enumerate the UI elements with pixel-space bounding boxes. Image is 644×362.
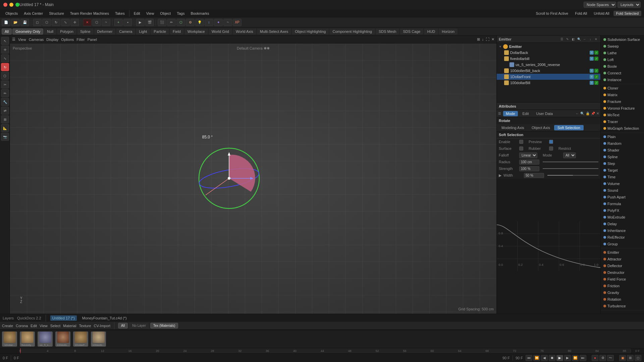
filter-sdsmesh[interactable]: SDS Mesh [376,28,399,35]
h-icon4[interactable]: 🔍 [577,37,581,42]
mat-filter-tex[interactable]: Tex (Materials) [150,323,178,328]
attr-lock[interactable]: 🔒 [586,112,590,115]
attr-back[interactable]: ← [576,112,579,115]
vt-icon3[interactable]: ⛶ [486,37,489,42]
frp-cloner[interactable]: Cloner [601,85,644,92]
node-spaces-select[interactable]: Node Spaces [584,2,616,8]
filter-all[interactable]: All [2,28,12,35]
tab-object-axis[interactable]: Object Axis [528,125,553,130]
menu-unfold-all[interactable]: Unfold All [591,11,612,16]
frp-voronoi[interactable]: Voronoi Fracture [601,105,644,112]
filter-null[interactable]: Null [44,28,56,35]
vt-icon1[interactable]: ⊞ [477,37,480,42]
attr-search[interactable]: 🔍 [580,112,584,115]
rubber-checkbox[interactable] [549,146,553,150]
mat-filter-nolayer[interactable]: No Layer [129,323,149,328]
render-active[interactable]: ▣ [619,355,626,361]
menu-structure[interactable]: Structure [46,11,67,16]
new-project-btn[interactable]: 📄 [2,19,10,26]
frp-step[interactable]: Step [601,160,644,167]
filter-polygon[interactable]: Polygon [57,28,76,35]
render-view[interactable]: ◻ [635,355,641,361]
motion-btn[interactable]: 〜 [607,355,614,361]
menu-fold-all[interactable]: Fold All [572,11,590,16]
menu-tags[interactable]: Tags [174,11,187,16]
tool-measure[interactable]: 📐 [1,124,9,132]
frp-formula[interactable]: Formula [601,200,644,207]
layouts-select[interactable]: Layouts [618,2,641,8]
play-next-frame[interactable]: ▶ [564,355,571,361]
filter-hud[interactable]: HUD [424,28,438,35]
rotate-btn[interactable]: ↻ [52,19,60,26]
mat-filter-all[interactable]: All [118,323,128,328]
frp-plain[interactable]: Plain [601,133,644,140]
frp-fracture[interactable]: Fracture [601,98,644,105]
record-btn[interactable]: ● [592,355,598,361]
frp-boole[interactable]: Boole [601,63,644,70]
frp-turbulence[interactable]: Turbulence [601,303,644,309]
open-project-btn[interactable]: 📂 [11,19,20,26]
filter-particle[interactable]: Particle [151,28,169,35]
play-to-end[interactable]: ⏭ [580,355,586,361]
frp-shader[interactable]: Shader [601,147,644,154]
filter-worldaxis[interactable]: World Axis [233,28,256,35]
tool-rotate[interactable]: ↻ [1,63,9,71]
attr-pin[interactable]: 📌 [591,112,595,115]
curve-area[interactable]: 0.0 0.2 0.4 0.6 0.8 1.0 0.4 0.8 [497,179,600,314]
cube-btn[interactable]: ⬛ [158,19,166,26]
frp-delay[interactable]: Delay [601,221,644,227]
mat-select[interactable]: Select [50,324,61,328]
h-icon3[interactable]: ◧ [571,37,576,42]
model-btn[interactable]: ◻ [33,19,42,26]
particle-btn[interactable]: ✦ [214,19,223,26]
frp-time[interactable]: Time [601,174,644,180]
move-btn[interactable]: ✛ [70,19,79,26]
play-to-start[interactable]: ⏮ [526,355,532,361]
scale-btn[interactable]: ⤡ [61,19,70,26]
filter-light[interactable]: Light [136,28,150,35]
tool-select[interactable]: ↖ [1,37,9,45]
tool-camera[interactable]: 📷 [1,133,9,141]
frp-friction[interactable]: Friction [601,283,644,289]
texture-btn[interactable]: ⬡ [42,19,51,26]
layer-moneyfountain[interactable]: MoneyFountain_Tut.c4d (*) [80,315,129,321]
tool-array[interactable]: ⊞ [1,115,9,123]
render-all[interactable]: ⊞ [627,355,634,361]
tool-move[interactable]: ✛ [1,46,9,54]
frp-mograph-sel[interactable]: MoGraph Selection [601,125,644,132]
frp-inheritance[interactable]: Inheritance [601,227,644,234]
mat-view[interactable]: View [40,324,48,328]
filter-deformer[interactable]: Deformer [94,28,116,35]
frp-spline-eff[interactable]: Spline [601,154,644,160]
tool-brush[interactable]: ✏ [1,89,9,97]
xpresso-btn[interactable]: XP [233,19,241,26]
tool-knife[interactable]: ✂ [1,80,9,88]
frp-pushapart[interactable]: Push Apart [601,194,644,200]
hier-100front[interactable]: 100dollarBill T ✓ [497,80,600,86]
mat-thumb-5[interactable]: 1DollarF... [73,331,88,347]
tab-modeling-axis[interactable]: Modeling Axis [498,125,528,130]
frp-subdivision[interactable]: Subdivision Surface [601,36,644,43]
frp-destructor[interactable]: Destructor [601,269,644,276]
frp-connect[interactable]: Connect [601,70,644,76]
h-icon1[interactable]: ☰ [559,37,564,42]
h-icon2[interactable]: ✎ [565,37,570,42]
play-prev-frame[interactable]: ◀ [541,355,548,361]
attr-mode[interactable]: Mode [503,111,518,116]
layer-untitled[interactable]: Untitled 17 (*) [50,315,77,321]
deformer-btn[interactable]: ↕ [205,19,213,26]
filter-object-hl[interactable]: Object Highlighting [292,28,329,35]
filter-field[interactable]: Field [170,28,184,35]
vt-view[interactable]: View [18,38,26,42]
vt-options[interactable]: Options [61,38,74,42]
tool-magnet[interactable]: 🔧 [1,98,9,106]
frp-volume[interactable]: Volume [601,180,644,187]
filter-workplace[interactable]: Workplace [184,28,208,35]
x-btn[interactable]: ✕ [83,19,92,26]
radius-input[interactable] [519,160,539,165]
attr-hamburger[interactable]: ☰ [498,112,501,115]
frp-rotation[interactable]: Rotation [601,296,644,303]
hier-dollarback[interactable]: DollarBack T ✓ [497,50,600,56]
play-btn[interactable]: ▶ [136,19,145,26]
mat-texture[interactable]: Texture [79,324,91,328]
